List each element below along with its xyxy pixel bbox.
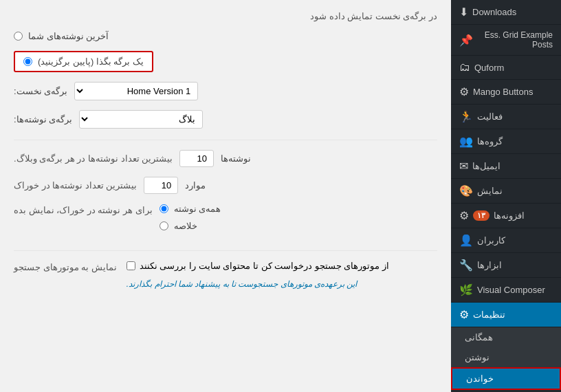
static-page-label[interactable]: یک برگه بگذا (پایین برگزینید) bbox=[38, 56, 144, 67]
static-page-highlight-box: یک برگه بگذا (پایین برگزینید) bbox=[14, 51, 153, 72]
sidebar-item-plugins[interactable]: افزونه‌ها ۱۳ ⚙ bbox=[451, 204, 561, 228]
search-note: این برعهده‌ی موتورهای جستجوست تا به پیشن… bbox=[126, 278, 357, 290]
feed-summary-label[interactable]: خلاصه bbox=[174, 221, 197, 231]
activity-icon: 🏃 bbox=[459, 110, 473, 123]
feed-full-text-label[interactable]: همه‌ی نوشته bbox=[174, 204, 221, 214]
sidebar-item-tools[interactable]: ابزارها 🔧 bbox=[451, 253, 561, 278]
emails-icon: ✉ bbox=[459, 160, 468, 173]
settings-icon: ⚙ bbox=[459, 308, 469, 321]
search-checkbox-row: از موتورهای جستجو درخواست کن تا محتوای س… bbox=[126, 261, 389, 271]
sidebar-item-writing[interactable]: نوشتن bbox=[451, 347, 561, 367]
quform-icon: 🗂 bbox=[459, 61, 470, 74]
sidebar-item-downloads[interactable]: Downloads ⬇ bbox=[451, 0, 561, 25]
sidebar-item-reading[interactable]: خواندن bbox=[451, 367, 561, 390]
feed-content-row: همه‌ی نوشته خلاصه برای هر نوشته در خوراک… bbox=[14, 204, 437, 241]
posts-per-page-desc: بیشترین تعداد نوشته‌ها در هر برگه‌ی وبلا… bbox=[14, 152, 173, 166]
search-checkbox-area: از موتورهای جستجو درخواست کن تا محتوای س… bbox=[126, 261, 389, 290]
blog-page-label: برگه‌ی نوشته‌ها: bbox=[14, 114, 72, 124]
plugins-icon: ⚙ bbox=[459, 209, 469, 222]
posts-unit: نوشته‌ها bbox=[221, 153, 251, 164]
blog-page-select[interactable]: بلاگ bbox=[79, 110, 203, 129]
sidebar-item-display[interactable]: نمایش 🎨 bbox=[451, 179, 561, 204]
feed-items-desc: بیشترین تعداد نوشته‌ها در خوراک bbox=[14, 179, 137, 193]
sidebar-item-quform[interactable]: Quform 🗂 bbox=[451, 56, 561, 80]
radio-summary[interactable] bbox=[160, 221, 168, 230]
feed-unit: موارد bbox=[185, 180, 206, 190]
option-latest-posts: آخرین نوشته‌های شما bbox=[14, 31, 437, 41]
home-page-select[interactable]: Home Version 1 bbox=[74, 82, 198, 100]
sidebar-item-hamegani[interactable]: همگانی bbox=[451, 327, 561, 347]
latest-posts-label[interactable]: آخرین نوشته‌های شما bbox=[28, 31, 109, 41]
display-icon: 🎨 bbox=[459, 184, 473, 197]
feed-full-text-option: همه‌ی نوشته bbox=[160, 204, 221, 214]
visual-composer-icon: 🌿 bbox=[459, 283, 473, 296]
sidebar-item-emails[interactable]: ایمیل‌ها ✉ bbox=[451, 154, 561, 179]
feed-items-input[interactable] bbox=[144, 177, 178, 194]
blog-page-row: بلاگ برگه‌ی نوشته‌ها: bbox=[14, 110, 437, 129]
reading-options: آخرین نوشته‌های شما یک برگه بگذا (پایین … bbox=[14, 31, 437, 129]
groups-icon: 👥 bbox=[459, 135, 473, 148]
sidebar-item-activity[interactable]: فعالیت 🏃 bbox=[451, 105, 561, 129]
search-row: از موتورهای جستجو درخواست کن تا محتوای س… bbox=[14, 261, 437, 290]
posts-per-page-row: نوشته‌ها بیشترین تعداد نوشته‌ها در هر بر… bbox=[14, 150, 437, 167]
posts-per-page-input[interactable] bbox=[179, 150, 214, 167]
feed-content-desc: برای هر نوشته در خوراک، نمایش بده bbox=[14, 204, 153, 217]
search-checkbox-label[interactable]: از موتورهای جستجو درخواست کن تا محتوای س… bbox=[140, 261, 389, 271]
search-section: از موتورهای جستجو درخواست کن تا محتوای س… bbox=[14, 250, 437, 290]
radio-static-page[interactable] bbox=[23, 57, 32, 66]
radio-latest-posts[interactable] bbox=[14, 32, 23, 41]
radio-full-text[interactable] bbox=[160, 204, 168, 213]
feed-summary-option: خلاصه bbox=[160, 221, 197, 231]
sidebar-item-ess-grid[interactable]: Ess. Grid Example Posts 📌 bbox=[451, 25, 561, 56]
sidebar-item-visual-composer[interactable]: Visual Composer 🌿 bbox=[451, 278, 561, 303]
settings-submenu: همگانی نوشتن خواندن bbox=[451, 327, 561, 390]
home-page-row: Home Version 1 برگه‌ی نخست: bbox=[14, 82, 437, 100]
sidebar-item-mango[interactable]: Mango Buttons ⚙ bbox=[451, 80, 561, 105]
search-label: نمایش به موتورهای جستجو bbox=[14, 261, 117, 274]
ess-grid-icon: 📌 bbox=[459, 34, 473, 47]
sidebar-item-settings[interactable]: تنظیمات ⚙ bbox=[451, 303, 561, 327]
option-static-page: یک برگه بگذا (پایین برگزینید) bbox=[14, 51, 437, 72]
users-icon: 👤 bbox=[459, 234, 473, 247]
top-note: در برگه‌ی نخست تمایش داده شود bbox=[14, 11, 437, 21]
main-content: در برگه‌ی نخست تمایش داده شود آخرین نوشت… bbox=[0, 0, 451, 392]
sidebar-item-users[interactable]: کاربران 👤 bbox=[451, 228, 561, 253]
feed-items-row: موارد بیشترین تعداد نوشته‌ها در خوراک bbox=[14, 177, 437, 194]
sidebar: Downloads ⬇ Ess. Grid Example Posts 📌 Qu… bbox=[451, 0, 561, 392]
downloads-icon: ⬇ bbox=[459, 6, 468, 19]
feed-content-options: همه‌ی نوشته خلاصه bbox=[160, 204, 221, 241]
search-checkbox[interactable] bbox=[126, 261, 135, 270]
sidebar-item-groups[interactable]: گروه‌ها 👥 bbox=[451, 129, 561, 154]
posts-settings: نوشته‌ها بیشترین تعداد نوشته‌ها در هر بر… bbox=[14, 140, 437, 241]
home-page-label: برگه‌ی نخست: bbox=[14, 86, 67, 96]
mango-icon: ⚙ bbox=[459, 85, 469, 98]
tools-icon: 🔧 bbox=[459, 259, 473, 272]
